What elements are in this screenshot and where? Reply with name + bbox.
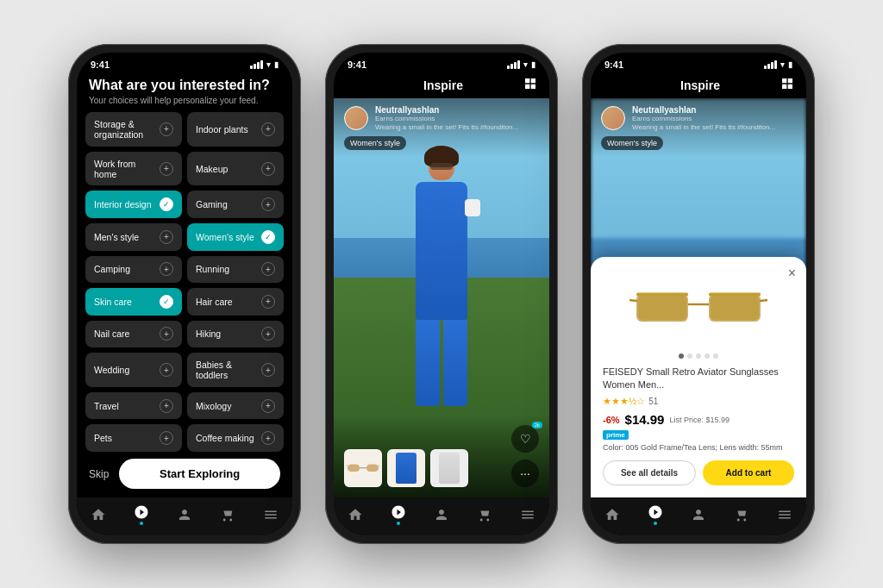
plus-icon: +	[160, 431, 173, 445]
chip-mixology[interactable]: Mixology +	[187, 392, 284, 420]
interests-subtitle: Your choices will help personalize your …	[89, 96, 280, 105]
nav-menu-2[interactable]	[520, 507, 535, 522]
see-details-button[interactable]: See all details	[603, 460, 696, 485]
grid-icon-3[interactable]	[780, 77, 794, 93]
status-icons-2: ▾ ▮	[507, 60, 535, 69]
chip-wedding[interactable]: Wedding +	[85, 353, 182, 387]
creator-avatar-3	[601, 106, 625, 130]
style-tag-2[interactable]: Women's style	[344, 136, 406, 150]
interests-header: What are you interested in? Your choices…	[77, 73, 292, 112]
phone-3-screen: 9:41 ▾ ▮ Inspire	[591, 53, 806, 535]
feed-overlay-bottom-2: ♡ 2k ···	[334, 415, 549, 497]
nav-home-1[interactable]	[91, 507, 106, 522]
bottom-nav-3	[591, 497, 806, 535]
start-exploring-button[interactable]: Start Exploring	[119, 459, 280, 489]
nav-cart-3[interactable]	[734, 507, 749, 522]
modal-buttons: See all details Add to cart	[603, 460, 794, 485]
plus-icon: +	[261, 327, 275, 341]
add-to-cart-button[interactable]: Add to cart	[703, 460, 794, 485]
status-bar-1: 9:41 ▾ ▮	[77, 53, 292, 73]
chip-travel[interactable]: Travel +	[85, 392, 182, 420]
modal-dots	[603, 353, 794, 359]
plus-icon: +	[261, 431, 275, 445]
skip-button[interactable]: Skip	[89, 468, 109, 480]
battery-icon: ▮	[274, 60, 279, 69]
nav-inspire-3[interactable]	[648, 504, 663, 525]
plus-icon: +	[160, 363, 173, 377]
like-button-2[interactable]: ♡ 2k	[511, 425, 539, 453]
woman-bag	[465, 199, 480, 216]
chip-interior-design[interactable]: Interior design ✓	[85, 191, 182, 218]
svg-line-4	[379, 465, 379, 466]
nav-profile-1[interactable]	[177, 507, 192, 522]
chip-gaming[interactable]: Gaming +	[187, 191, 284, 218]
more-button-2[interactable]: ···	[511, 460, 539, 487]
inspire-title-3: Inspire	[620, 78, 780, 92]
svg-rect-10	[636, 293, 688, 297]
plus-icon: +	[261, 295, 275, 309]
chip-work-from-home[interactable]: Work from home +	[85, 152, 182, 186]
nav-menu-3[interactable]	[777, 507, 792, 522]
nav-inspire-2[interactable]	[391, 504, 406, 525]
nav-cart-1[interactable]	[220, 507, 235, 522]
battery-icon-2: ▮	[531, 60, 535, 69]
plus-icon: +	[160, 399, 173, 413]
grid-icon-2[interactable]	[523, 77, 537, 93]
chip-coffee-making[interactable]: Coffee making +	[187, 424, 284, 452]
inspire-title-2: Inspire	[363, 78, 523, 92]
creator-desc-2: Wearing a small in the set! Fits tts #fo…	[375, 123, 539, 131]
chip-running[interactable]: Running +	[187, 256, 284, 284]
nav-profile-2[interactable]	[434, 507, 449, 522]
woman-body	[416, 182, 467, 320]
plus-icon: +	[261, 162, 275, 176]
status-bar-2: 9:41 ▾ ▮	[334, 53, 549, 73]
nav-profile-3[interactable]	[691, 507, 706, 522]
chip-hiking[interactable]: Hiking +	[187, 321, 284, 348]
wifi-icon-3: ▾	[780, 60, 785, 69]
chip-camping[interactable]: Camping +	[85, 256, 182, 284]
nav-menu-1[interactable]	[263, 507, 279, 522]
nav-inspire-1[interactable]	[134, 504, 149, 525]
product-thumb-sunglasses[interactable]	[344, 449, 382, 487]
scene: 9:41 ▾ ▮ What are you interested in? You…	[0, 0, 883, 588]
sunglasses-svg	[629, 278, 767, 338]
creator-row-3: Neutrallyashlan Earns commissions Wearin…	[601, 105, 796, 131]
nav-cart-2[interactable]	[477, 507, 492, 522]
chip-womens-style[interactable]: Women's style ✓	[187, 223, 284, 251]
plus-icon: +	[160, 262, 173, 276]
wifi-icon-2: ▾	[523, 60, 528, 69]
chip-skin-care[interactable]: Skin care ✓	[85, 288, 182, 316]
product-title: FEISEDY Small Retro Aviator Sunglasses W…	[603, 366, 794, 391]
product-thumb-3[interactable]	[430, 449, 468, 487]
modal-dot-2	[687, 353, 692, 359]
style-tag-3[interactable]: Women's style	[601, 136, 663, 150]
chip-pets[interactable]: Pets +	[85, 424, 182, 452]
product-thumb-outfit[interactable]	[387, 449, 425, 487]
chip-makeup[interactable]: Makeup +	[187, 152, 284, 186]
time-2: 9:41	[348, 59, 366, 70]
battery-icon-3: ▮	[788, 60, 792, 69]
chip-hair-care[interactable]: Hair care +	[187, 288, 284, 316]
phone-2-screen: 9:41 ▾ ▮ Inspire	[334, 53, 549, 535]
nav-home-3[interactable]	[604, 507, 620, 522]
plus-icon: +	[160, 230, 173, 244]
chip-babies-toddlers[interactable]: Babies & toddlers +	[187, 353, 284, 387]
nav-home-2[interactable]	[348, 507, 363, 522]
chip-nail-care[interactable]: Nail care +	[85, 321, 182, 348]
chip-storage[interactable]: Storage &organization +	[85, 112, 182, 147]
creator-commission-3: Earns commissions	[632, 115, 796, 122]
chip-indoor-plants[interactable]: Indoor plants +	[187, 112, 284, 147]
chip-mens-style[interactable]: Men's style +	[85, 223, 182, 251]
modal-close-button[interactable]: ×	[788, 266, 796, 281]
inspire-feed-blurred: Neutrallyashlan Earns commissions Wearin…	[591, 98, 806, 497]
bottom-nav-2	[334, 497, 549, 535]
creator-info-3: Neutrallyashlan Earns commissions Wearin…	[632, 105, 796, 131]
svg-rect-0	[348, 464, 360, 472]
review-count: 51	[648, 397, 658, 406]
inspire-feed-2: Neutrallyashlan Earns commissions Wearin…	[334, 98, 549, 497]
interests-footer: Skip Start Exploring	[77, 452, 292, 497]
check-icon: ✓	[160, 197, 173, 211]
woman-head	[429, 150, 454, 180]
svg-rect-6	[638, 296, 687, 321]
plus-icon: +	[261, 122, 275, 136]
